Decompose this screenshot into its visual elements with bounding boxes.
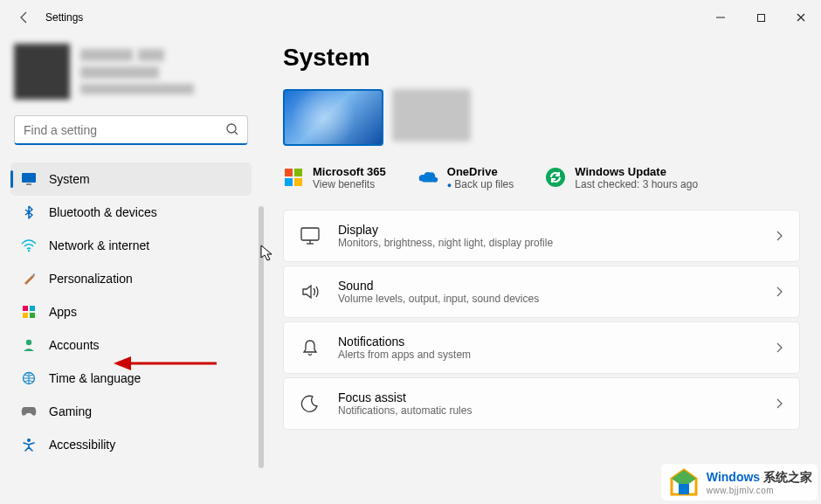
card-sub: Volume levels, output, input, sound devi…	[338, 293, 757, 305]
sidebar-item-apps[interactable]: Apps	[10, 295, 252, 328]
card-sub: Alerts from apps and system	[338, 349, 757, 361]
nav-list: System Bluetooth & devices Network & int…	[10, 162, 252, 461]
maximize-button[interactable]	[741, 3, 781, 31]
sidebar-item-gaming[interactable]: Gaming	[10, 395, 252, 428]
main-content: System Microsoft 365 View benefits OneDr…	[262, 35, 821, 504]
chevron-right-icon	[775, 342, 783, 354]
back-arrow-icon	[17, 10, 31, 24]
sidebar-item-label: Accounts	[49, 338, 100, 352]
wifi-icon	[21, 238, 37, 253]
title-bar: Settings	[0, 0, 821, 35]
svg-rect-24	[679, 484, 689, 494]
display-icon	[300, 225, 321, 246]
sidebar-item-system[interactable]: System	[10, 162, 252, 196]
sidebar-scrollbar[interactable]	[259, 206, 264, 468]
device-thumb-primary[interactable]	[283, 89, 383, 146]
page-title: System	[283, 44, 800, 72]
sidebar-item-label: Personalization	[49, 272, 133, 286]
watermark-url: www.bjjmlv.com	[707, 486, 812, 495]
card-display[interactable]: Display Monitors, brightness, night ligh…	[283, 210, 800, 262]
minimize-button[interactable]	[700, 3, 741, 31]
status-windows-update[interactable]: Windows Update Last checked: 3 hours ago	[545, 165, 698, 190]
status-sub: Last checked: 3 hours ago	[575, 178, 698, 190]
avatar	[14, 44, 70, 100]
sidebar-item-bluetooth[interactable]: Bluetooth & devices	[10, 196, 252, 229]
svg-point-2	[227, 124, 236, 133]
card-title: Display	[338, 223, 757, 237]
card-title: Notifications	[338, 335, 757, 349]
watermark-brand-cn: 系统之家	[763, 470, 812, 484]
sidebar-item-label: Network & internet	[49, 238, 149, 252]
moon-icon	[300, 393, 321, 414]
device-thumb-secondary[interactable]	[392, 89, 471, 142]
card-sub: Monitors, brightness, night light, displ…	[338, 237, 757, 249]
card-title: Focus assist	[338, 390, 757, 404]
svg-point-6	[28, 250, 30, 252]
window-controls	[700, 3, 821, 31]
svg-rect-17	[294, 178, 302, 186]
search-input[interactable]	[14, 115, 248, 145]
status-onedrive[interactable]: OneDrive ●Back up files	[417, 165, 514, 190]
bell-icon	[300, 337, 321, 358]
status-row: Microsoft 365 View benefits OneDrive ●Ba…	[283, 165, 800, 190]
globe-clock-icon	[21, 370, 37, 386]
svg-rect-15	[294, 169, 302, 176]
search-icon	[225, 122, 239, 136]
svg-rect-1	[757, 14, 764, 21]
chevron-right-icon	[775, 230, 783, 242]
minimize-icon	[715, 12, 726, 23]
svg-rect-7	[23, 306, 28, 311]
update-icon	[545, 167, 566, 188]
sidebar-item-label: Time & language	[49, 371, 141, 385]
card-sub: Notifications, automatic rules	[338, 404, 757, 417]
status-m365[interactable]: Microsoft 365 View benefits	[283, 165, 386, 190]
card-sound[interactable]: Sound Volume levels, output, input, soun…	[283, 266, 800, 318]
apps-icon	[21, 304, 37, 320]
gamepad-icon	[21, 404, 37, 419]
settings-cards: Display Monitors, brightness, night ligh…	[283, 210, 800, 430]
maximize-icon	[756, 13, 766, 23]
m365-icon	[283, 167, 304, 188]
sidebar-item-label: Gaming	[49, 404, 92, 418]
card-focus-assist[interactable]: Focus assist Notifications, automatic ru…	[283, 377, 800, 430]
close-icon	[796, 12, 806, 23]
chevron-right-icon	[775, 286, 783, 298]
accessibility-icon	[21, 437, 37, 452]
svg-point-13	[27, 438, 31, 442]
bluetooth-icon	[21, 204, 37, 220]
app-title: Settings	[45, 11, 83, 24]
search-box[interactable]	[14, 115, 248, 145]
watermark-logo-icon	[666, 466, 701, 498]
sidebar-item-personalization[interactable]: Personalization	[10, 262, 252, 295]
svg-rect-4	[22, 173, 36, 183]
user-block[interactable]	[10, 44, 252, 100]
svg-rect-14	[285, 169, 293, 176]
close-button[interactable]	[781, 3, 821, 31]
card-title: Sound	[338, 279, 757, 293]
sidebar-item-network[interactable]: Network & internet	[10, 229, 252, 262]
svg-rect-10	[30, 313, 35, 318]
svg-point-11	[26, 340, 31, 345]
svg-rect-16	[285, 178, 293, 186]
sound-icon	[300, 281, 321, 302]
watermark-brand: Windows	[707, 470, 760, 484]
sidebar-item-label: Apps	[49, 305, 77, 319]
sidebar-item-label: Bluetooth & devices	[49, 205, 157, 219]
back-button[interactable]	[10, 3, 38, 31]
onedrive-icon	[417, 167, 438, 188]
sidebar-item-time-language[interactable]: Time & language	[10, 362, 252, 395]
watermark: Windows 系统之家 www.bjjmlv.com	[661, 464, 818, 501]
monitor-icon	[21, 171, 37, 187]
svg-point-18	[546, 168, 565, 187]
svg-rect-5	[26, 183, 31, 185]
status-sub: ●Back up files	[447, 178, 514, 190]
device-thumbnails	[283, 89, 800, 146]
sidebar-item-accessibility[interactable]: Accessibility	[10, 428, 252, 461]
sidebar: System Bluetooth & devices Network & int…	[0, 35, 262, 504]
sidebar-item-label: Accessibility	[49, 438, 115, 452]
sidebar-item-accounts[interactable]: Accounts	[10, 328, 252, 362]
status-title: OneDrive	[447, 165, 514, 178]
sidebar-item-label: System	[49, 172, 90, 186]
card-notifications[interactable]: Notifications Alerts from apps and syste…	[283, 321, 800, 374]
status-title: Windows Update	[575, 165, 698, 178]
